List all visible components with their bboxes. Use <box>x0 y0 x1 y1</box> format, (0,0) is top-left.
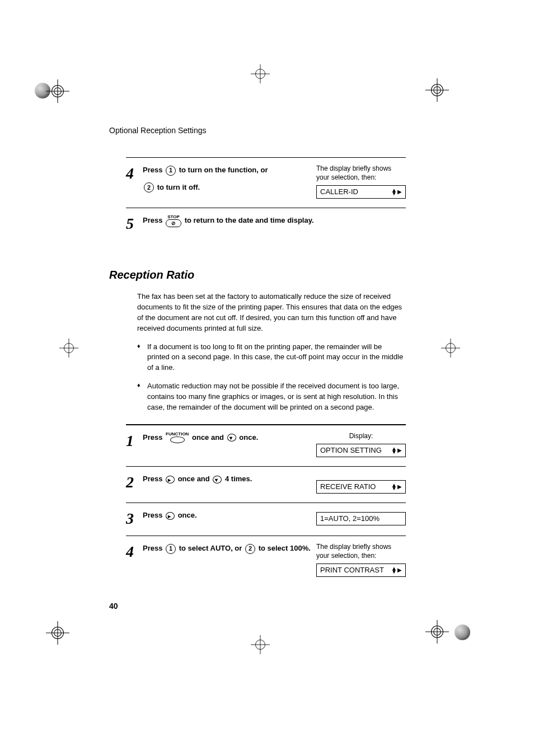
step-display-col: 1=AUTO, 2=100% <box>316 510 406 525</box>
steps-table: 1 Press FUNCTION once and once. Display:… <box>126 424 406 586</box>
key-1-icon: 1 <box>166 166 176 176</box>
right-arrow-key-icon <box>166 512 175 520</box>
display-note: The display briefly shows your selection… <box>316 543 406 560</box>
registration-mark-icon <box>251 635 270 654</box>
step-number: 4 <box>126 165 143 181</box>
step-number: 1 <box>126 432 143 449</box>
stop-key-icon: STOP ⊘ <box>166 215 181 227</box>
registration-mark-icon <box>425 620 449 644</box>
page-number: 40 <box>109 602 118 611</box>
display-label: Display: <box>316 432 406 441</box>
down-arrow-key-icon <box>213 476 222 483</box>
step-display-col: The display briefly shows your selection… <box>316 543 406 577</box>
step-display-col: Display: OPTION SETTING ▲▼▶ <box>316 432 406 458</box>
print-globe-icon <box>455 624 470 640</box>
step-instruction: Press FUNCTION once and once. <box>143 432 316 444</box>
nav-arrows-icon: ▲▼▶ <box>391 447 402 454</box>
step-display-col: RECEIVE RATIO ▲▼▶ <box>316 473 406 494</box>
step-number: 2 <box>126 473 143 490</box>
registration-mark-icon <box>441 339 460 358</box>
lcd-display: 1=AUTO, 2=100% <box>316 512 406 525</box>
step-row: 2 Press once and 4 times. RECEIVE RATIO … <box>126 466 406 503</box>
step-row: 5 Press STOP ⊘ to return to the date and… <box>126 208 406 241</box>
registration-mark-icon <box>425 78 449 102</box>
section-heading: Reception Ratio <box>109 269 406 281</box>
nav-arrows-icon: ▲▼▶ <box>391 483 402 490</box>
step-row: 4 Press 1 to select AUTO, or 2 to select… <box>126 536 406 586</box>
step-instruction: Press STOP ⊘ to return to the date and t… <box>143 215 406 227</box>
key-2-icon: 2 <box>245 544 255 554</box>
lcd-display: OPTION SETTING ▲▼▶ <box>316 444 406 457</box>
lcd-display: CALLER-ID ▲▼▶ <box>316 185 406 199</box>
key-2-icon: 2 <box>144 182 154 192</box>
registration-mark-icon <box>251 64 270 83</box>
right-arrow-key-icon <box>166 476 175 483</box>
key-1-icon: 1 <box>166 544 176 554</box>
registration-mark-icon <box>46 621 69 645</box>
lcd-display: PRINT CONTRAST ▲▼▶ <box>316 564 406 577</box>
step-instruction: Press 1 to select AUTO, or 2 to select 1… <box>143 543 316 555</box>
running-header: Optional Reception Settings <box>109 126 406 135</box>
registration-mark-icon <box>46 79 69 103</box>
step-instruction: Press 1 to turn on the function, or 2 to… <box>143 165 316 194</box>
function-key-icon: FUNCTION <box>166 432 189 443</box>
bullet-item: If a document is too long to fit on the … <box>137 342 406 374</box>
registration-mark-icon <box>59 339 78 358</box>
bullet-item: Automatic reduction may not be possible … <box>137 381 406 413</box>
lcd-display: RECEIVE RATIO ▲▼▶ <box>316 480 406 494</box>
step-row: 4 Press 1 to turn on the function, or 2 … <box>126 157 406 208</box>
nav-arrows-icon: ▲▼▶ <box>391 189 402 195</box>
step-number: 5 <box>126 215 143 232</box>
down-arrow-key-icon <box>227 434 236 442</box>
body-paragraph: The fax has been set at the factory to a… <box>137 292 406 334</box>
step-number: 4 <box>126 543 143 560</box>
step-number: 3 <box>126 510 143 527</box>
step-row: 1 Press FUNCTION once and once. Display:… <box>126 425 406 467</box>
step-instruction: Press once. <box>143 510 316 522</box>
step-display-col: The display briefly shows your selection… <box>316 165 406 199</box>
page-content: Optional Reception Settings 4 Press 1 to… <box>109 126 406 586</box>
step-instruction: Press once and 4 times. <box>143 473 316 485</box>
nav-arrows-icon: ▲▼▶ <box>391 567 402 574</box>
display-note: The display briefly shows your selection… <box>316 165 406 182</box>
step-row: 3 Press once. 1=AUTO, 2=100% <box>126 503 406 536</box>
